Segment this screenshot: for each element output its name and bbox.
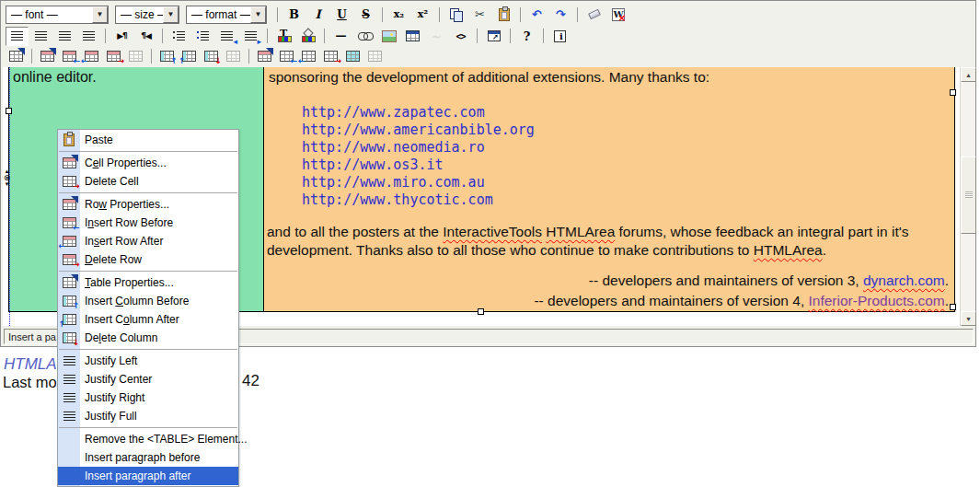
menu-insert-row-after[interactable]: ←Insert Row After [58, 232, 238, 250]
justify-center-button[interactable] [29, 27, 52, 46]
menu-row-properties[interactable]: Row Properties... [58, 195, 238, 214]
menu-table-properties[interactable]: Table Properties... [58, 273, 238, 292]
justify-full-button[interactable] [77, 27, 100, 46]
selection-handle-top-left[interactable] [6, 108, 12, 114]
menu-justify-full[interactable]: Justify Full [58, 407, 238, 425]
cell-properties-button[interactable] [254, 47, 275, 64]
highlight-color-button[interactable] [296, 27, 319, 46]
menu-insert-row-before[interactable]: ←Insert Row Before [58, 214, 238, 232]
font-select-arrow-icon[interactable]: ▼ [92, 6, 108, 23]
insert-link-button[interactable] [353, 27, 376, 46]
size-select-arrow-icon[interactable]: ▼ [163, 6, 179, 23]
italic-button[interactable]: I [306, 5, 329, 24]
sponsor-link[interactable]: http://www.neomedia.ro [302, 139, 535, 157]
sponsor-link[interactable]: http://www.os3.it [302, 157, 535, 174]
word-cleaner-button[interactable] [606, 5, 629, 24]
redo-button[interactable]: ↷ [549, 5, 572, 24]
menu-insert-row-after-icon: ← [63, 236, 76, 247]
insert-row-after-button[interactable]: ← [81, 47, 102, 64]
menu-remove-table[interactable]: Remove the <TABLE> Element... [58, 430, 238, 448]
credit-v3-period: . [945, 272, 949, 288]
selection-handle-bottom-center[interactable] [478, 308, 484, 315]
subscript-button[interactable]: x₂ [387, 5, 410, 24]
sponsor-link[interactable]: http://www.thycotic.com [302, 191, 535, 209]
insert-image-button[interactable] [377, 27, 400, 46]
sponsor-link[interactable]: http://www.americanbible.org [302, 122, 535, 139]
delete-column-button[interactable]: ↓ [201, 47, 222, 64]
sponsor-link[interactable]: http://www.zapatec.com [302, 104, 535, 122]
menu-paste[interactable]: Paste [58, 131, 238, 149]
table-properties-button[interactable] [6, 47, 27, 64]
sponsor-link[interactable]: http://www.miro.com.au [302, 174, 535, 191]
paste-button[interactable] [492, 5, 515, 24]
strikethrough-button[interactable]: S [354, 5, 377, 24]
menu-justify-left[interactable]: Justify Left [58, 352, 238, 370]
about-button[interactable] [548, 27, 571, 46]
menu-delete-cell[interactable]: →Delete Cell [58, 172, 238, 191]
help-button[interactable]: ? [515, 27, 538, 46]
underline-button[interactable]: U [330, 5, 353, 24]
scroll-up-button[interactable]: ▲ [961, 67, 976, 82]
bold-button[interactable]: B [282, 5, 306, 24]
font-select[interactable]: — font —▼ [6, 6, 109, 24]
insert-column-before-button[interactable]: ↑ [156, 47, 178, 64]
direction-ltr-button[interactable]: ▶¶ [110, 27, 133, 46]
justify-right-button[interactable] [53, 27, 76, 46]
delete-row-button[interactable]: → [103, 47, 124, 64]
orange-cell-intro: sponsoring the development of additional… [269, 69, 954, 86]
page-heading-link[interactable]: HTMLA [4, 355, 57, 374]
menu-justify-right[interactable]: Justify Right [58, 388, 238, 407]
indent-button[interactable]: ▸ [239, 27, 262, 46]
menu-insert-column-before[interactable]: ↑Insert Column Before [58, 292, 238, 310]
insert-cell-after-button[interactable]: ← [298, 47, 319, 64]
menu-insert-column-after[interactable]: ↑Insert Column After [58, 310, 238, 329]
menu-delete-row[interactable]: →Delete Row [58, 250, 238, 269]
delete-cell-button[interactable]: → [320, 47, 341, 64]
selection-handle-top-right[interactable] [950, 89, 956, 96]
menu-delete-column[interactable]: ↓Delete Column [58, 329, 238, 347]
word-cleaner-icon [612, 8, 625, 21]
font-color-button[interactable] [272, 27, 295, 46]
menu-cell-properties[interactable]: Cell Properties... [58, 154, 238, 172]
merge-cells-button[interactable] [342, 47, 363, 64]
popup-editor-button[interactable] [482, 27, 505, 46]
ordered-list-button[interactable] [167, 27, 190, 46]
dynarch-link[interactable]: dynarch.com [863, 272, 945, 288]
direction-rtl-button[interactable]: ¶◀ [134, 27, 157, 46]
inferior-products-link[interactable]: Inferior-Products.com [809, 293, 945, 308]
size-select[interactable]: — size —▼ [115, 6, 179, 24]
menu-cell-properties-icon [63, 157, 76, 168]
scroll-down-button[interactable]: ▼ [961, 311, 976, 326]
menu-justify-center[interactable]: Justify Center [58, 370, 238, 388]
selection-handle-bottom-right[interactable] [950, 304, 956, 310]
horizontal-rule-button[interactable]: — [329, 27, 352, 46]
insert-column-after-button[interactable]: ↑ [179, 47, 200, 64]
format-select[interactable]: — format —▼ [186, 6, 267, 24]
menu-insert-paragraph-before[interactable]: Insert paragraph before [58, 448, 238, 467]
outdent-button[interactable]: ◂ [215, 27, 238, 46]
cell-selection-outline [9, 67, 10, 326]
cut-button[interactable]: ✂ [468, 5, 491, 24]
editor-scrollbar[interactable]: ▲ ▼ [960, 67, 975, 326]
superscript-button[interactable]: x² [411, 5, 434, 24]
copy-button[interactable] [444, 5, 467, 24]
clean-html-button[interactable] [582, 5, 605, 24]
menu-insert-paragraph-after[interactable]: Insert paragraph after [58, 467, 238, 485]
menu-insert-row-after-icon-slot: ← [58, 236, 80, 247]
justify-left-button[interactable] [6, 27, 29, 46]
undo-button[interactable]: ↶ [525, 5, 548, 24]
menu-item-label: Insert Row After [80, 235, 163, 248]
insert-row-before-button[interactable]: ← [59, 47, 80, 64]
scrollbar-thumb[interactable] [961, 157, 976, 234]
format-select-arrow-icon[interactable]: ▼ [250, 6, 266, 23]
row-properties-button[interactable] [37, 47, 58, 64]
clean-html-icon [588, 9, 601, 19]
insert-cell-before-button[interactable]: ← [276, 47, 297, 64]
html-source-button[interactable]: <> [449, 27, 472, 46]
table-cell-orange[interactable]: sponsoring the development of additional… [263, 67, 955, 312]
insert-table-button[interactable] [401, 27, 424, 46]
italic-icon: I [315, 7, 320, 21]
bullet-list-button[interactable] [191, 27, 214, 46]
toolbar-separator [577, 7, 578, 22]
column-drag-handle[interactable]: ▴⊗▾ [3, 168, 11, 187]
